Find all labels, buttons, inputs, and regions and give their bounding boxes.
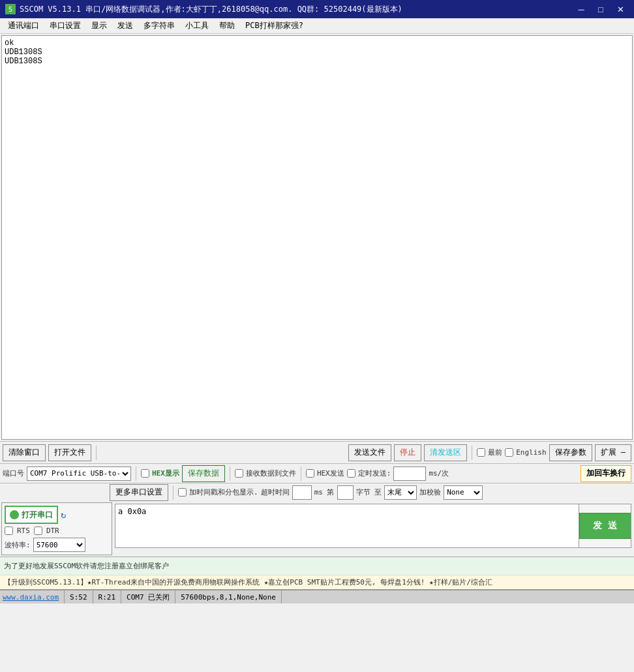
dtr-checkbox[interactable] (34, 527, 42, 535)
maximize-button[interactable]: □ (592, 3, 609, 16)
send-textarea[interactable]: a 0x0a (115, 504, 579, 547)
status-bar: www.daxia.com S:52 R:21 COM7 已关闭 57600bp… (0, 589, 634, 603)
menu-comport[interactable]: 通讯端口 (3, 18, 44, 33)
refresh-icon[interactable]: ↻ (61, 510, 66, 520)
recv-to-file-checkbox[interactable] (235, 469, 243, 478)
bottom-panel: 打开串口 ↻ RTS DTR 波特率: 57600 a 0x0a 发 送 (1, 502, 633, 555)
menu-pcb[interactable]: PCB打样那家强? (240, 18, 309, 33)
port-label: 端口号 (3, 468, 24, 478)
r-count: R:21 (98, 593, 116, 602)
end-select[interactable]: 末尾 (384, 485, 417, 500)
port-select[interactable]: COM7 Prolific USB-to-Seria (27, 466, 131, 481)
timed-send-label: 定时发送: (358, 468, 391, 478)
save-data-button[interactable]: 保存数据 (182, 465, 225, 482)
menu-send[interactable]: 发送 (112, 18, 138, 33)
port-info-seg: COM7 已关闭 (127, 590, 175, 603)
rts-checkbox[interactable] (5, 527, 13, 535)
carriage-return-button[interactable]: 加回车换行 (581, 465, 631, 482)
website-link[interactable]: www.daxia.com (3, 593, 59, 602)
recv-to-file-label: 接收数据到文件 (246, 468, 296, 478)
receive-area: ok UDB1308S UDB1308S (1, 35, 633, 440)
baud-info-seg: 57600bps,8,1,None,None (181, 590, 282, 603)
timeout-label: 超时时间 (261, 487, 290, 497)
ms-label: ms 第 (314, 487, 335, 497)
app-title: SSCOM V5.13.1 串口/网络数据调试器,作者:大虾丁丁,2618058… (20, 4, 573, 15)
unit-label: ms/次 (429, 468, 449, 478)
clear-window-button[interactable]: 清除窗口 (3, 444, 46, 461)
expand-button[interactable]: 扩展 — (595, 444, 631, 461)
send-file-button[interactable]: 发送文件 (348, 444, 391, 461)
title-bar: S SSCOM V5.13.1 串口/网络数据调试器,作者:大虾丁丁,26180… (0, 0, 634, 18)
hex-display-checkbox[interactable] (141, 469, 149, 478)
port-controls: 打开串口 ↻ RTS DTR 波特率: 57600 (1, 502, 112, 555)
port-indicator (10, 510, 19, 519)
separator (96, 446, 97, 460)
info-bar: 为了更好地发展SSCOM软件请您注册嘉立创绑尾客户 (0, 557, 634, 575)
baud-info: 57600bps,8,1,None,None (181, 593, 276, 602)
menu-multistring[interactable]: 多字符串 (138, 18, 180, 33)
ticker-text: 【升级到SSCOM5.13.1】★RT-Thread来自中国的开源免费商用物联网… (4, 577, 492, 587)
english-checkbox[interactable] (505, 448, 513, 457)
app-icon: S (5, 4, 16, 14)
timestamp-checkbox[interactable] (178, 488, 187, 496)
receive-line-1: ok (5, 38, 629, 48)
more-port-button[interactable]: 更多串口设置 (110, 484, 168, 501)
separator2 (472, 446, 472, 460)
toolbar-port: 端口号 COM7 Prolific USB-to-Seria HEX显示 保存数… (0, 463, 634, 483)
toolbar-options: 更多串口设置 加时间戳和分包显示. 超时时间 20 ms 第 1 字节 至 末尾… (0, 483, 634, 501)
checksum-select[interactable]: None (444, 485, 483, 500)
open-port-label: 打开串口 (22, 510, 53, 521)
menu-port-settings[interactable]: 串口设置 (44, 18, 86, 33)
receive-line-2: UDB1308S (5, 48, 629, 57)
sep5 (301, 466, 301, 481)
last-label: 最前 (488, 448, 502, 457)
open-file-button[interactable]: 打开文件 (48, 444, 91, 461)
timed-send-checkbox[interactable] (347, 469, 355, 478)
close-button[interactable]: ✕ (612, 3, 629, 16)
save-params-button[interactable]: 保存参数 (549, 444, 592, 461)
send-area: a 0x0a 发 送 (115, 504, 631, 548)
checksum-label: 加校验 (419, 487, 441, 497)
info-text: 为了更好地发展SSCOM软件请您注册嘉立创绑尾客户 (4, 561, 169, 571)
english-label: English (516, 448, 546, 457)
open-port-button[interactable]: 打开串口 (5, 506, 58, 524)
hex-send-checkbox[interactable] (306, 469, 314, 478)
send-button[interactable]: 发 送 (579, 513, 631, 539)
stop-button[interactable]: 停止 (394, 444, 421, 461)
receive-line-3: UDB1308S (5, 57, 629, 66)
menu-help[interactable]: 帮助 (214, 18, 240, 33)
sep6 (173, 485, 174, 500)
menu-tools[interactable]: 小工具 (180, 18, 214, 33)
send-right: 发 送 (579, 504, 631, 547)
byte-num-input[interactable]: 1 (337, 485, 354, 500)
toolbar-send: 清除窗口 打开文件 发送文件 停止 清发送区 最前 English 保存参数 扩… (0, 441, 634, 463)
window-controls: ─ □ ✕ (573, 3, 629, 16)
byte-label: 字节 至 (356, 487, 382, 497)
hex-send-label: HEX发送 (317, 468, 344, 478)
hex-display-label: HEX显示 (152, 468, 179, 478)
s-count: S:52 (70, 593, 87, 602)
menu-display[interactable]: 显示 (86, 18, 112, 33)
timeout-input[interactable]: 20 (292, 485, 312, 500)
menu-bar: 通讯端口 串口设置 显示 发送 多字符串 小工具 帮助 PCB打样那家强? (0, 18, 634, 34)
rts-label: RTS (17, 527, 30, 535)
sep4 (230, 466, 230, 481)
s-count-seg: S:52 (70, 590, 93, 603)
website-seg: www.daxia.com (3, 590, 65, 603)
dtr-label: DTR (46, 527, 59, 535)
clear-send-button[interactable]: 清发送区 (424, 444, 467, 461)
baud-select[interactable]: 57600 (33, 538, 85, 552)
last-checkbox[interactable] (477, 448, 485, 457)
baud-label: 波特率: (5, 540, 31, 550)
interval-input[interactable]: 1000 (393, 466, 426, 481)
sep3 (136, 466, 136, 481)
r-count-seg: R:21 (98, 590, 122, 603)
timestamp-label: 加时间戳和分包显示. (189, 487, 258, 497)
promo-bar: 【升级到SSCOM5.13.1】★RT-Thread来自中国的开源免费商用物联网… (0, 575, 634, 589)
port-info: COM7 已关闭 (127, 592, 170, 602)
minimize-button[interactable]: ─ (573, 3, 590, 16)
